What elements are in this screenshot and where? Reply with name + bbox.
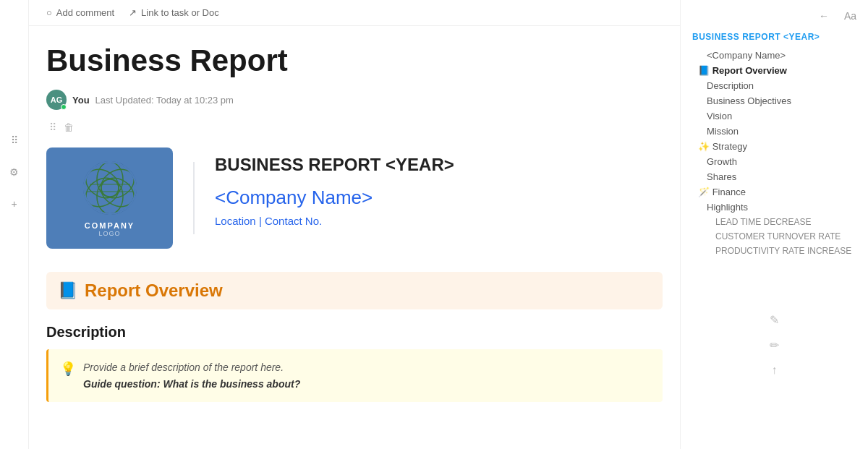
report-overview-heading: 📘 Report Overview [46, 272, 663, 309]
toc-item-finance[interactable]: 🪄 Finance [692, 184, 856, 200]
toc-company-name[interactable]: <Company Name> [692, 48, 856, 63]
doc-location-contact: Location | Contact No. [215, 215, 454, 227]
toc-item-shares[interactable]: Shares [692, 169, 856, 184]
toc-item-mission[interactable]: Mission [692, 124, 856, 139]
right-sidebar: ← Aa BUSINESS REPORT <YEAR> <Company Nam… [680, 0, 868, 449]
toc-title[interactable]: BUSINESS REPORT <YEAR> [692, 32, 856, 42]
toc-strategy-label: Strategy [712, 141, 747, 152]
link-to-task-button[interactable]: ↗ Link to task or Doc [129, 7, 219, 18]
toc-item-growth[interactable]: Growth [692, 154, 856, 169]
delete-icon[interactable]: 🗑 [64, 121, 74, 133]
main-content: ○ Add comment ↗ Link to task or Doc Busi… [29, 0, 680, 449]
sidebar-header-row: ← Aa [681, 0, 868, 26]
edit2-icon[interactable]: ✏ [770, 338, 779, 352]
toc-overview-emoji: 📘 [698, 65, 712, 76]
description-title: Description [46, 324, 663, 341]
company-logo-svg [81, 159, 139, 217]
aa-button[interactable]: Aa [838, 7, 862, 25]
toc-item-strategy[interactable]: ✨ Strategy [692, 139, 856, 154]
doc-header-right: BUSINESS REPORT <YEAR> <Company Name> Lo… [215, 147, 454, 227]
callout-main-text: Provide a brief description of the repor… [83, 362, 284, 373]
toc-finance-emoji: 🪄 [698, 187, 712, 197]
callout-text: Provide a brief description of the repor… [83, 359, 300, 392]
callout-emoji: 💡 [60, 361, 76, 377]
toc-item-lead-time[interactable]: LEAD TIME DECREASE [692, 215, 856, 229]
page-content: Business Report AG You Last Updated: Tod… [29, 26, 680, 449]
link-to-task-label: Link to task or Doc [141, 7, 219, 18]
toc-item-productivity[interactable]: PRODUCTIVITY RATE INCREASE [692, 244, 856, 258]
edit-pen-icon[interactable]: ✎ [770, 313, 779, 327]
top-toolbar: ○ Add comment ↗ Link to task or Doc [29, 0, 680, 26]
logo-text: COMPANY [85, 221, 135, 230]
doc-report-title: BUSINESS REPORT <YEAR> [215, 155, 454, 175]
toc-strategy-emoji: ✨ [698, 141, 712, 152]
add-comment-label: Add comment [56, 7, 114, 18]
callout-block: 💡 Provide a brief description of the rep… [46, 349, 663, 402]
overview-emoji: 📘 [58, 281, 77, 300]
callout-guide-em: Guide question: What is the business abo… [83, 378, 300, 390]
link-icon: ↗ [129, 7, 137, 18]
toc-item-description[interactable]: Description [692, 78, 856, 93]
doc-header: COMPANY LOGO BUSINESS REPORT <YEAR> <Com… [46, 147, 663, 249]
avatar-initials: AG [51, 95, 63, 104]
svg-point-9 [84, 162, 136, 214]
add-comment-button[interactable]: ○ Add comment [46, 7, 114, 18]
page-title: Business Report [46, 43, 663, 78]
overview-label: Report Overview [85, 281, 223, 301]
logo-sub: LOGO [98, 230, 120, 237]
sidebar-right-icons: ✎ ✏ ↑ [681, 270, 868, 377]
toc-section: BUSINESS REPORT <YEAR> <Company Name> 📘 … [681, 26, 868, 270]
comment-icon: ○ [46, 7, 52, 18]
left-toolbar: ⠿ ⚙ + [0, 0, 29, 449]
author-name: You [72, 95, 90, 106]
toc-item-customer-turnover[interactable]: CUSTOMER TURNOVER RATE [692, 229, 856, 244]
last-updated: Last Updated: Today at 10:23 pm [95, 95, 234, 106]
header-divider [193, 162, 195, 234]
drag-handle[interactable]: ⠿ [4, 130, 25, 150]
share-icon[interactable]: ↑ [772, 364, 778, 377]
drag-icon[interactable]: ⠿ [49, 121, 56, 133]
company-logo-box: COMPANY LOGO [46, 147, 173, 249]
actions-row: ⠿ 🗑 [46, 121, 663, 133]
add-block-button[interactable]: + [4, 194, 25, 214]
gear-button[interactable]: ⚙ [4, 162, 25, 182]
back-button[interactable]: ← [814, 6, 834, 26]
avatar: AG [46, 90, 67, 110]
toc-finance-label: Finance [712, 187, 746, 197]
callout-guide-text: Guide question: What is the business abo… [83, 378, 300, 390]
author-row: AG You Last Updated: Today at 10:23 pm [46, 90, 663, 110]
toc-overview-label: Report Overview [712, 65, 787, 76]
toc-item-business-objectives[interactable]: Business Objectives [692, 93, 856, 108]
toc-item-report-overview[interactable]: 📘 Report Overview [692, 63, 856, 78]
online-indicator [61, 104, 67, 110]
toc-item-vision[interactable]: Vision [692, 108, 856, 124]
doc-company-name: <Company Name> [215, 187, 454, 209]
toc-item-highlights[interactable]: Highlights [692, 200, 856, 215]
